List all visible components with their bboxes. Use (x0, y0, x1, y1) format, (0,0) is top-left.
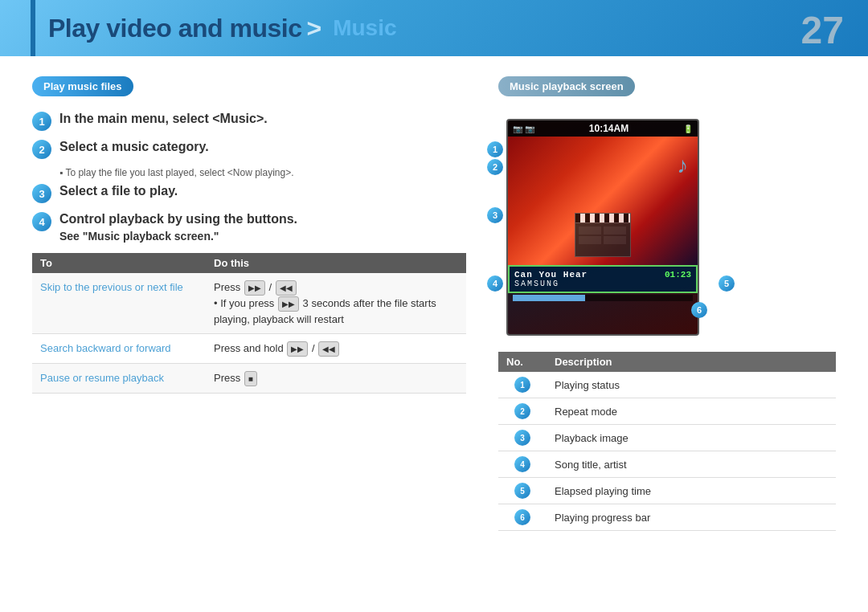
step-3-num: 3 (32, 184, 51, 203)
main-content: Play music files 1 In the main menu, sel… (0, 56, 868, 612)
music-visual: ♪ (508, 137, 698, 265)
step-4-num: 4 (32, 212, 51, 231)
phone-screen-area: 1 2 3 4 5 6 📷 📷 10:14AM 🔋 (498, 119, 723, 336)
progress-bar-container (513, 295, 693, 301)
page-title-main: Play video and music (48, 14, 301, 43)
table-row: Skip to the previous or next file Press … (32, 273, 466, 334)
desc-text-1: Playing status (547, 372, 836, 398)
table-cell-do-1: Press ▶▶ / ◀◀ • If you press ▶▶ 3 second… (206, 273, 466, 334)
desc-header-description: Description (547, 352, 836, 372)
step-1-num: 1 (32, 112, 51, 131)
desc-row-2: 2 Repeat mode (498, 398, 836, 425)
phone-time: 10:14AM (589, 123, 628, 134)
step-2-num: 2 (32, 140, 51, 159)
desc-row-4: 4 Song title, artist (498, 451, 836, 478)
desc-no-5: 5 (498, 478, 547, 504)
desc-text-4: Song title, artist (547, 451, 836, 478)
desc-row-1: 1 Playing status (498, 372, 836, 398)
progress-bar-fill (513, 295, 585, 301)
desc-row-6: 6 Playing progress bar (498, 504, 836, 531)
desc-no-3: 3 (498, 425, 547, 451)
desc-no-2: 2 (498, 398, 547, 425)
phone-artist: SAMSUNG (514, 279, 691, 288)
right-column: Music playback screen 1 2 3 4 5 6 📷 📷 (498, 76, 836, 592)
callout-4: 4 (487, 275, 503, 292)
desc-row-3: 3 Playback image (498, 425, 836, 451)
desc-no-1: 1 (498, 372, 547, 398)
page-header: Play video and music > Music (0, 0, 868, 56)
step-1: 1 In the main menu, select <Music>. (32, 111, 466, 131)
table-row: Search backward or forward Press and hol… (32, 334, 466, 364)
table-cell-to-1: Skip to the previous or next file (32, 273, 206, 334)
table-cell-do-3: Press ■ (206, 364, 466, 394)
table-cell-do-2: Press and hold ▶▶ / ◀◀ (206, 334, 466, 364)
clapper-board (575, 213, 631, 257)
table-row: Pause or resume playback Press ■ (32, 364, 466, 394)
desc-text-6: Playing progress bar (547, 504, 836, 531)
phone-status-bar: 📷 📷 10:14AM 🔋 (508, 120, 698, 137)
phone-song-title: Can You Hear (514, 270, 588, 279)
table-header-do: Do this (206, 253, 466, 273)
accent-line (31, 0, 35, 56)
callout-5: 5 (719, 275, 735, 292)
desc-text-2: Repeat mode (547, 398, 836, 425)
step-4-text: Control playback by using the buttons.Se… (59, 211, 297, 245)
callout-1: 1 (487, 141, 503, 157)
callout-2: 2 (487, 159, 503, 175)
step-4: 4 Control playback by using the buttons.… (32, 211, 466, 245)
desc-text-3: Playback image (547, 425, 836, 451)
desc-row-5: 5 Elapsed playing time (498, 478, 836, 504)
table-cell-to-3: Pause or resume playback (32, 364, 206, 394)
callout-3: 3 (487, 207, 503, 223)
step-1-text: In the main menu, select <Music>. (59, 111, 268, 128)
phone-screen: 📷 📷 10:14AM 🔋 ♪ (506, 119, 699, 336)
clapper-stripes (575, 214, 630, 223)
desc-no-6: 6 (498, 504, 547, 531)
description-table: No. Description 1 Playing status 2 Repea… (498, 352, 836, 531)
table-cell-to-2: Search backward or forward (32, 334, 206, 364)
play-music-badge: Play music files (32, 76, 133, 96)
step-3-text: Select a file to play. (59, 183, 178, 200)
callout-6: 6 (691, 302, 707, 318)
desc-text-5: Elapsed playing time (547, 478, 836, 504)
step-3: 3 Select a file to play. (32, 183, 466, 203)
title-separator: > (306, 14, 321, 43)
step-2-text: Select a music category. (59, 139, 209, 156)
music-note: ♪ (677, 153, 688, 178)
phone-song-info: Can You Hear 01:23 SAMSUNG (508, 265, 698, 293)
music-playback-badge: Music playback screen (498, 76, 635, 96)
page-number: 27 (801, 8, 844, 52)
step-2-sub: To play the file you last played, select… (59, 167, 466, 178)
instructions-table: To Do this Skip to the previous or next … (32, 253, 466, 394)
page-title-sub: Music (333, 15, 396, 41)
phone-song-time: 01:23 (665, 270, 691, 279)
table-header-to: To (32, 253, 206, 273)
desc-no-4: 4 (498, 451, 547, 478)
desc-header-no: No. (498, 352, 547, 372)
left-column: Play music files 1 In the main menu, sel… (32, 76, 466, 592)
step-2: 2 Select a music category. (32, 139, 466, 159)
